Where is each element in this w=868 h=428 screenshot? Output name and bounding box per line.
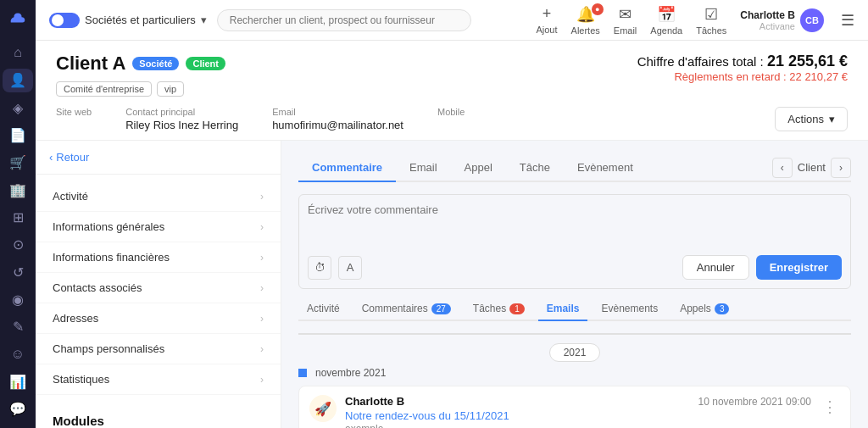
topbar-actions: + Ajout 🔔 ● Alertes ✉ Email 📅 Agenda ☑ T…	[536, 5, 854, 36]
tab-tache[interactable]: Tâche	[506, 154, 564, 182]
chevron-icon: ›	[260, 282, 264, 294]
chevron-icon: ›	[260, 191, 264, 203]
mobile-value	[437, 119, 465, 131]
email-label: Email	[614, 25, 637, 36]
stat-retard: Règlements en retard : 22 210,27 €	[637, 70, 848, 83]
app-logo[interactable]	[3, 7, 33, 31]
toggle-switch[interactable]: Sociétés et particuliers ▾	[49, 13, 207, 28]
cancel-button[interactable]: Annuler	[682, 255, 749, 280]
home-icon[interactable]: ⌂	[3, 41, 33, 64]
comment-textarea[interactable]	[308, 203, 842, 246]
menu-item-stats[interactable]: Statistiques ›	[36, 364, 281, 395]
client-name: Client A	[56, 53, 125, 75]
menu-icon[interactable]: ☰	[841, 11, 854, 30]
user-name: Charlotte B	[740, 9, 795, 21]
nav-next-arrow[interactable]: ›	[831, 158, 851, 178]
commentaires-tab-label: Commentaires	[362, 303, 428, 314]
smile-icon[interactable]: ☺	[3, 342, 33, 366]
tab-appel[interactable]: Appel	[451, 154, 506, 182]
menu-item-activite[interactable]: Activité ›	[36, 181, 281, 212]
topbar: Sociétés et particuliers ▾ + Ajout 🔔 ● A…	[36, 0, 868, 41]
grid-icon[interactable]: ⊞	[3, 205, 33, 229]
back-link[interactable]: ‹ Retour	[36, 141, 281, 175]
tasks-action[interactable]: ☑ Tâches	[696, 5, 726, 36]
menu-item-stats-label: Statistiques	[53, 373, 109, 386]
badge-client: Client	[186, 57, 225, 70]
topbar-user[interactable]: Charlotte B Activane CB	[740, 8, 824, 32]
email-icon: ✉	[619, 5, 632, 24]
menu-item-adresses[interactable]: Adresses ›	[36, 303, 281, 334]
diamond-icon[interactable]: ◈	[3, 96, 33, 120]
activity-tab-appels[interactable]: Appels 3	[671, 297, 737, 321]
timeline-dot	[298, 369, 307, 377]
font-icon[interactable]: A	[338, 256, 362, 280]
client-nav-label: Client	[798, 161, 826, 174]
document-icon[interactable]: 📄	[3, 123, 33, 147]
activity-tab-activite[interactable]: Activité	[298, 297, 348, 321]
timeline: 2021 novembre 2021 🚀 Charlotte B 10 nove…	[298, 333, 851, 428]
activity-tab-taches[interactable]: Tâches 1	[465, 297, 533, 321]
body-area: ‹ Retour Activité › Informations général…	[36, 141, 868, 428]
site-web-label: Site web	[56, 107, 92, 117]
appels-count: 3	[715, 303, 730, 314]
agenda-action[interactable]: 📅 Agenda	[650, 5, 682, 36]
refresh-icon[interactable]: ↺	[3, 260, 33, 284]
tab-commentaire[interactable]: Commentaire	[298, 154, 396, 182]
email-field: Email humofirimu@mailinator.net	[272, 107, 403, 131]
user-status: Activane	[760, 21, 795, 31]
activity-tab-commentaires[interactable]: Commentaires 27	[353, 297, 459, 321]
activity-tab-emails[interactable]: Emails	[538, 297, 588, 321]
menu-item-contacts[interactable]: Contacts associés ›	[36, 273, 281, 303]
actions-chevron-icon: ▾	[829, 113, 835, 125]
left-panel: ‹ Retour Activité › Informations général…	[36, 141, 281, 428]
actions-button[interactable]: Actions ▾	[775, 107, 848, 131]
search-bar[interactable]	[217, 9, 471, 31]
clock-icon[interactable]: ⏱	[308, 256, 331, 280]
add-action[interactable]: + Ajout	[536, 5, 557, 35]
tag-comite[interactable]: Comité d'entreprise	[56, 81, 152, 97]
toggle-button[interactable]	[49, 13, 80, 28]
search-input[interactable]	[217, 9, 471, 31]
timeline-year: 2021	[298, 343, 851, 362]
person-icon[interactable]: 👤	[3, 69, 33, 92]
menu-section: Activité › Informations générales › Info…	[36, 175, 281, 402]
client-nav: ‹ Client ›	[772, 158, 851, 178]
save-button[interactable]: Enregistrer	[756, 255, 842, 280]
menu-item-adresses-label: Adresses	[53, 312, 98, 325]
activite-tab-label: Activité	[307, 303, 340, 314]
stat-retard-label: Règlements en retard :	[674, 70, 786, 83]
menu-item-infos-fin[interactable]: Informations financières ›	[36, 242, 281, 273]
email-value: humofirimu@mailinator.net	[272, 119, 403, 131]
stat-retard-value: 22 210,27 €	[789, 70, 848, 83]
entry-link[interactable]: Notre rendez-vous du 15/11/2021	[345, 409, 811, 422]
building-icon[interactable]: 🏢	[3, 178, 33, 202]
toggle-dropdown[interactable]: ▾	[201, 14, 207, 26]
taches-tab-label: Tâches	[473, 303, 506, 314]
tab-email[interactable]: Email	[396, 154, 451, 182]
email-action[interactable]: ✉ Email	[614, 5, 637, 36]
chart-icon[interactable]: 📊	[3, 370, 33, 393]
contact-field: Contact principal Riley Rios Inez Herrin…	[125, 107, 238, 131]
activity-tab-evenements[interactable]: Evènements	[593, 297, 666, 321]
nav-prev-arrow[interactable]: ‹	[772, 158, 793, 178]
entry-header: Charlotte B 10 novembre 2021 09:00	[345, 395, 811, 408]
edit-icon[interactable]: ✎	[3, 315, 33, 339]
settings-icon[interactable]: ◉	[3, 287, 33, 311]
taches-count: 1	[509, 303, 525, 314]
entry-body: Charlotte B 10 novembre 2021 09:00 Notre…	[345, 395, 811, 428]
alerts-label: Alertes	[571, 25, 600, 36]
stat-total-value: 21 255,61 €	[767, 53, 848, 69]
menu-item-contacts-label: Contacts associés	[53, 281, 142, 294]
chat-icon[interactable]: 💬	[3, 397, 33, 421]
menu-item-champs[interactable]: Champs personnalisés ›	[36, 334, 281, 364]
menu-item-activite-label: Activité	[53, 190, 88, 203]
alerts-action[interactable]: 🔔 ● Alertes	[571, 5, 600, 36]
menu-item-infos-gen[interactable]: Informations générales ›	[36, 212, 281, 242]
tag-vip[interactable]: vip	[157, 81, 184, 97]
tab-evenement[interactable]: Evènement	[564, 154, 647, 182]
site-web-value	[56, 119, 92, 131]
entry-more-button[interactable]: ⋮	[820, 397, 840, 417]
cart-icon[interactable]: 🛒	[3, 151, 33, 175]
emails-tab-label: Emails	[547, 303, 580, 314]
circle-person-icon[interactable]: ⊙	[3, 233, 33, 257]
